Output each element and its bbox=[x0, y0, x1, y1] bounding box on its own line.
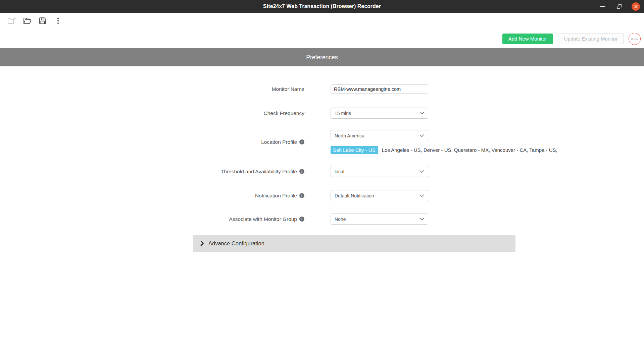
chevron-down-icon bbox=[419, 134, 424, 137]
app-window: Site24x7 Web Transaction (Browser) Recor… bbox=[0, 0, 644, 362]
open-file-button[interactable] bbox=[22, 16, 32, 26]
info-icon[interactable] bbox=[299, 193, 304, 198]
monitor-group-label: Associate with Monitor Group bbox=[229, 216, 297, 222]
selected-location-chip[interactable]: Salt Lake City - US bbox=[331, 146, 378, 154]
window-controls bbox=[598, 0, 640, 13]
check-frequency-row: Check Frequency 15 mins bbox=[0, 108, 644, 119]
open-folder-icon bbox=[23, 17, 32, 25]
rec-label: REC bbox=[631, 37, 638, 41]
monitor-name-label: Monitor Name bbox=[272, 86, 304, 92]
advance-configuration-label: Advance Configuration bbox=[208, 240, 264, 247]
restore-icon bbox=[617, 4, 622, 9]
location-profile-label: Location Profile bbox=[261, 139, 297, 145]
location-list: Salt Lake City - US Los Angeles - US, De… bbox=[331, 146, 557, 154]
save-button[interactable] bbox=[38, 16, 48, 26]
more-options-button[interactable] bbox=[53, 16, 63, 26]
update-existing-monitor-button[interactable]: Update Existing Monitor bbox=[558, 34, 624, 44]
location-profile-row: Location Profile North America Salt Lake… bbox=[0, 130, 644, 154]
notification-profile-row: Notification Profile Default Notificatio… bbox=[0, 190, 644, 201]
minimize-button[interactable] bbox=[598, 2, 607, 11]
restore-button[interactable] bbox=[615, 2, 624, 11]
chevron-down-icon bbox=[419, 218, 424, 221]
page-title: Preferences bbox=[306, 54, 338, 61]
info-icon[interactable] bbox=[299, 217, 304, 222]
preferences-header: Preferences bbox=[0, 48, 644, 66]
minimize-icon bbox=[600, 6, 605, 7]
action-bar: Add New Monitor Update Existing Monitor … bbox=[0, 29, 644, 48]
location-profile-select[interactable]: North America bbox=[331, 130, 428, 141]
rec-indicator: REC bbox=[629, 33, 641, 45]
threshold-profile-label: Threshold and Availabililty Profile bbox=[221, 169, 297, 175]
check-frequency-select[interactable]: 15 mins bbox=[331, 108, 428, 119]
close-icon bbox=[634, 4, 638, 9]
close-button[interactable] bbox=[632, 2, 640, 11]
threshold-profile-row: Threshold and Availabililty Profile loca… bbox=[0, 166, 644, 177]
new-folder-icon bbox=[7, 17, 16, 25]
chevron-down-icon bbox=[419, 112, 424, 115]
chevron-right-icon bbox=[200, 241, 204, 246]
advance-configuration-toggle[interactable]: Advance Configuration bbox=[193, 235, 515, 252]
monitor-name-input[interactable] bbox=[331, 84, 428, 94]
info-icon[interactable] bbox=[299, 139, 304, 144]
title-bar: Site24x7 Web Transaction (Browser) Recor… bbox=[0, 0, 644, 13]
monitor-group-row: Associate with Monitor Group None bbox=[0, 214, 644, 225]
add-new-monitor-button[interactable]: Add New Monitor bbox=[502, 34, 553, 44]
toolbar bbox=[0, 13, 644, 29]
window-title: Site24x7 Web Transaction (Browser) Recor… bbox=[263, 3, 381, 9]
preferences-form: Monitor Name Check Frequency 15 mins Loc… bbox=[0, 84, 644, 362]
check-frequency-label: Check Frequency bbox=[264, 110, 304, 116]
new-recording-button[interactable] bbox=[7, 16, 17, 26]
chevron-down-icon bbox=[419, 194, 424, 197]
notification-profile-label: Notification Profile bbox=[255, 193, 297, 199]
other-locations-text: Los Angeles - US, Denver - US, Queretaro… bbox=[382, 147, 557, 153]
save-icon bbox=[39, 17, 47, 25]
chevron-down-icon bbox=[419, 170, 424, 173]
monitor-group-select[interactable]: None bbox=[331, 214, 428, 225]
kebab-menu-icon bbox=[57, 18, 59, 24]
info-icon[interactable] bbox=[299, 169, 304, 174]
notification-profile-select[interactable]: Default Notification bbox=[331, 190, 428, 201]
monitor-name-row: Monitor Name bbox=[0, 84, 644, 94]
threshold-profile-select[interactable]: local bbox=[331, 166, 428, 177]
